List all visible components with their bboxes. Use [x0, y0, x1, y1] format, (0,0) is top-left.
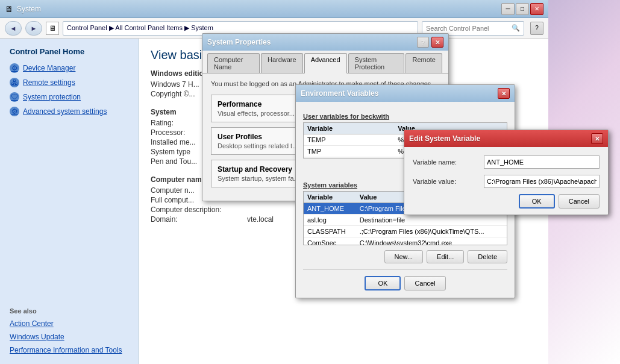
search-input[interactable]	[426, 25, 512, 32]
forward-button[interactable]: ►	[25, 21, 42, 36]
sidebar-item-windows-update[interactable]: Windows Update	[0, 330, 138, 344]
tab-system-protection[interactable]: System Protection	[348, 53, 405, 73]
device-manager-icon: ⚙	[10, 63, 19, 73]
tab-hardware[interactable]: Hardware	[261, 53, 303, 73]
sidebar-item-system-protection[interactable]: 🛡 System protection	[0, 90, 138, 104]
sidebar: Control Panel Home ⚙ Device Manager 🖧 Re…	[0, 39, 139, 364]
edit-var-buttons: OK Cancel	[413, 194, 600, 209]
tab-advanced[interactable]: Advanced	[304, 53, 347, 74]
sidebar-item-performance-tools[interactable]: Performance Information and Tools	[0, 344, 138, 358]
sidebar-title: Control Panel Home	[0, 45, 138, 61]
system-props-title: System Properties	[207, 38, 417, 46]
see-also-label: See also	[0, 307, 138, 317]
edit-system-var-dialog: Edit System Variable ✕ Variable name: Va…	[404, 130, 609, 215]
sidebar-item-device-manager[interactable]: ⚙ Device Manager	[0, 61, 138, 75]
edit-var-title: Edit System Variable	[409, 134, 480, 143]
sys-comspec-value: C:\Windows\system32\cmd.exe	[356, 237, 507, 246]
table-row[interactable]: asl.log Destination=file	[304, 215, 507, 226]
sidebar-item-remote-settings[interactable]: 🖧 Remote settings	[0, 75, 138, 90]
system-props-tab-bar: Computer Name Hardware Advanced System P…	[202, 51, 448, 74]
var-name-row: Variable name:	[413, 155, 600, 169]
sidebar-item-action-center[interactable]: Action Center	[0, 317, 138, 330]
back-button[interactable]: ◄	[5, 21, 22, 36]
sys-asl-value: Destination=file	[356, 215, 507, 226]
var-value-label: Variable value:	[413, 178, 479, 185]
system-props-help-btn[interactable]: ?	[417, 37, 429, 48]
table-row[interactable]: ComSpec C:\Windows\system32\cmd.exe	[304, 237, 507, 246]
tab-computer-name[interactable]: Computer Name	[207, 53, 260, 73]
tab-remote[interactable]: Remote	[406, 53, 442, 73]
system-vars-edit-btn[interactable]: Edit...	[427, 250, 464, 263]
table-row[interactable]: CLASSPATH .;C:\Program Files (x86)\Quick…	[304, 226, 507, 237]
maximize-button[interactable]: □	[516, 3, 529, 15]
var-name-label: Variable name:	[413, 158, 479, 166]
user-vars-section-title: User variables for beckwith	[303, 113, 507, 120]
system-props-title-bar: System Properties ? ✕	[202, 34, 448, 51]
edit-var-body: Variable name: Variable value: OK Cancel	[404, 147, 608, 215]
edit-var-title-bar: Edit System Variable ✕	[404, 130, 608, 147]
user-var-temp-name: TEMP	[304, 134, 394, 146]
sys-asl-name: asl.log	[304, 215, 356, 226]
edit-var-cancel-btn[interactable]: Cancel	[559, 194, 600, 209]
toolbar-help-btn[interactable]: ?	[530, 22, 543, 35]
env-vars-title-bar: Environment Variables ✕	[296, 85, 515, 102]
sys-classpath-name: CLASSPATH	[304, 226, 356, 237]
edit-var-ok-btn[interactable]: OK	[519, 194, 555, 209]
sidebar-item-advanced[interactable]: ⚙ Advanced system settings	[0, 104, 138, 119]
system-props-close-btn[interactable]: ✕	[431, 37, 443, 48]
user-var-tmp-name: TMP	[304, 146, 394, 157]
system-vars-new-btn[interactable]: New...	[384, 250, 424, 263]
system-vars-delete-btn[interactable]: Delete	[468, 250, 507, 263]
user-var-col-variable: Variable	[304, 123, 394, 134]
remote-settings-icon: 🖧	[10, 78, 19, 87]
env-vars-footer: OK Cancel	[303, 269, 507, 290]
window-controls: ─ □ ✕	[501, 3, 543, 15]
sys-classpath-value: .;C:\Program Files (x86)\QuickTime\QTS..…	[356, 226, 507, 237]
search-icon: 🔍	[512, 24, 520, 32]
var-name-input[interactable]	[484, 155, 600, 169]
title-bar: 🖥 System ─ □ ✕	[0, 0, 548, 18]
window-icon: 🖥	[5, 4, 13, 14]
sys-comspec-name: ComSpec	[304, 237, 356, 246]
sys-var-col-variable: Variable	[304, 192, 356, 203]
close-button[interactable]: ✕	[530, 3, 543, 15]
edit-var-close-btn[interactable]: ✕	[591, 133, 603, 144]
system-vars-buttons: New... Edit... Delete	[303, 250, 507, 263]
advanced-icon: ⚙	[10, 107, 19, 116]
sys-ant-home-name: ANT_HOME	[304, 203, 356, 215]
nav-icon: 🖥	[46, 22, 59, 35]
var-value-input[interactable]	[484, 175, 600, 188]
var-value-row: Variable value:	[413, 175, 600, 188]
minimize-button[interactable]: ─	[501, 3, 515, 15]
system-protection-icon: 🛡	[10, 92, 19, 102]
window-title: System	[17, 5, 41, 13]
env-vars-close-btn[interactable]: ✕	[498, 88, 510, 99]
env-vars-cancel-btn[interactable]: Cancel	[404, 276, 445, 290]
env-vars-title: Environment Variables	[301, 89, 498, 98]
env-vars-ok-btn[interactable]: OK	[365, 276, 401, 290]
